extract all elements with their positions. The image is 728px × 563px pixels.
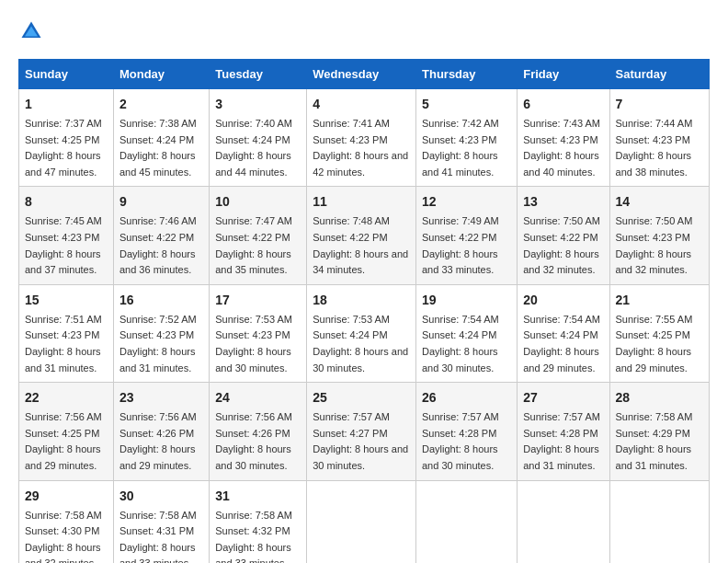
day-number: 13: [523, 192, 603, 212]
calendar-cell: 14 Sunrise: 7:50 AMSunset: 4:23 PMDaylig…: [609, 187, 709, 284]
day-info: Sunrise: 7:41 AMSunset: 4:23 PMDaylight:…: [313, 118, 408, 178]
day-number: 27: [523, 388, 603, 408]
calendar-cell: [518, 480, 609, 563]
day-info: Sunrise: 7:53 AMSunset: 4:23 PMDaylight:…: [215, 314, 292, 373]
day-info: Sunrise: 7:50 AMSunset: 4:23 PMDaylight:…: [616, 215, 693, 275]
calendar-cell: 4 Sunrise: 7:41 AMSunset: 4:23 PMDayligh…: [307, 89, 416, 187]
calendar-cell: 27 Sunrise: 7:57 AMSunset: 4:28 PMDaylig…: [518, 383, 609, 480]
day-info: Sunrise: 7:55 AMSunset: 4:25 PMDaylight:…: [616, 314, 693, 373]
day-number: 25: [313, 388, 410, 408]
day-number: 11: [313, 192, 410, 212]
calendar-cell: 21 Sunrise: 7:55 AMSunset: 4:25 PMDaylig…: [609, 284, 709, 382]
day-number: 10: [215, 192, 301, 212]
day-info: Sunrise: 7:53 AMSunset: 4:24 PMDaylight:…: [313, 314, 408, 373]
calendar-cell: 5 Sunrise: 7:42 AMSunset: 4:23 PMDayligh…: [416, 89, 518, 187]
day-info: Sunrise: 7:46 AMSunset: 4:22 PMDaylight:…: [119, 215, 197, 275]
day-number: 8: [25, 192, 108, 212]
calendar-cell: 17 Sunrise: 7:53 AMSunset: 4:23 PMDaylig…: [210, 284, 307, 382]
header-wednesday: Wednesday: [307, 60, 416, 89]
day-info: Sunrise: 7:48 AMSunset: 4:22 PMDaylight:…: [313, 215, 408, 275]
day-info: Sunrise: 7:57 AMSunset: 4:27 PMDaylight:…: [313, 411, 408, 471]
header-tuesday: Tuesday: [210, 60, 307, 89]
header-thursday: Thursday: [416, 60, 518, 89]
calendar-cell: 11 Sunrise: 7:48 AMSunset: 4:22 PMDaylig…: [307, 187, 416, 284]
day-number: 12: [422, 192, 511, 212]
day-info: Sunrise: 7:58 AMSunset: 4:30 PMDaylight:…: [25, 510, 102, 564]
day-info: Sunrise: 7:50 AMSunset: 4:22 PMDaylight:…: [523, 215, 600, 275]
logo-icon: [18, 18, 44, 44]
calendar-cell: 20 Sunrise: 7:54 AMSunset: 4:24 PMDaylig…: [518, 284, 609, 382]
calendar-week-3: 15 Sunrise: 7:51 AMSunset: 4:23 PMDaylig…: [19, 284, 710, 382]
calendar-cell: 13 Sunrise: 7:50 AMSunset: 4:22 PMDaylig…: [518, 187, 609, 284]
header-sunday: Sunday: [19, 60, 114, 89]
calendar-cell: 6 Sunrise: 7:43 AMSunset: 4:23 PMDayligh…: [518, 89, 609, 187]
calendar-cell: 29 Sunrise: 7:58 AMSunset: 4:30 PMDaylig…: [19, 480, 114, 563]
calendar-cell: [609, 480, 709, 563]
day-info: Sunrise: 7:56 AMSunset: 4:25 PMDaylight:…: [25, 411, 102, 471]
calendar-header-row: SundayMondayTuesdayWednesdayThursdayFrid…: [19, 60, 710, 89]
calendar-cell: 30 Sunrise: 7:58 AMSunset: 4:31 PMDaylig…: [113, 480, 209, 563]
day-info: Sunrise: 7:58 AMSunset: 4:29 PMDaylight:…: [616, 411, 693, 471]
calendar-week-1: 1 Sunrise: 7:37 AMSunset: 4:25 PMDayligh…: [19, 89, 710, 187]
day-info: Sunrise: 7:43 AMSunset: 4:23 PMDaylight:…: [523, 118, 600, 178]
calendar-cell: 24 Sunrise: 7:56 AMSunset: 4:26 PMDaylig…: [210, 383, 307, 480]
day-number: 19: [422, 291, 511, 310]
day-info: Sunrise: 7:58 AMSunset: 4:31 PMDaylight:…: [119, 510, 197, 564]
calendar-cell: 7 Sunrise: 7:44 AMSunset: 4:23 PMDayligh…: [609, 89, 709, 187]
day-number: 18: [313, 291, 410, 310]
day-info: Sunrise: 7:42 AMSunset: 4:23 PMDaylight:…: [422, 118, 499, 178]
calendar-cell: 19 Sunrise: 7:54 AMSunset: 4:24 PMDaylig…: [416, 284, 518, 382]
day-info: Sunrise: 7:40 AMSunset: 4:24 PMDaylight:…: [215, 118, 292, 178]
calendar-cell: 23 Sunrise: 7:56 AMSunset: 4:26 PMDaylig…: [113, 383, 209, 480]
day-info: Sunrise: 7:38 AMSunset: 4:24 PMDaylight:…: [119, 118, 197, 178]
calendar-week-5: 29 Sunrise: 7:58 AMSunset: 4:30 PMDaylig…: [19, 480, 710, 563]
header-saturday: Saturday: [609, 60, 709, 89]
day-number: 9: [119, 192, 203, 212]
header-friday: Friday: [518, 60, 609, 89]
calendar-table: SundayMondayTuesdayWednesdayThursdayFrid…: [18, 59, 710, 563]
calendar-cell: 12 Sunrise: 7:49 AMSunset: 4:22 PMDaylig…: [416, 187, 518, 284]
day-number: 14: [616, 192, 703, 212]
calendar-cell: 25 Sunrise: 7:57 AMSunset: 4:27 PMDaylig…: [307, 383, 416, 480]
day-number: 23: [119, 388, 203, 408]
calendar-cell: 3 Sunrise: 7:40 AMSunset: 4:24 PMDayligh…: [210, 89, 307, 187]
day-number: 5: [422, 95, 511, 114]
day-info: Sunrise: 7:57 AMSunset: 4:28 PMDaylight:…: [523, 411, 600, 471]
day-number: 21: [616, 291, 703, 310]
day-number: 22: [25, 388, 108, 408]
day-info: Sunrise: 7:44 AMSunset: 4:23 PMDaylight:…: [616, 118, 693, 178]
calendar-cell: [416, 480, 518, 563]
calendar-cell: 8 Sunrise: 7:45 AMSunset: 4:23 PMDayligh…: [19, 187, 114, 284]
day-number: 2: [119, 95, 203, 114]
calendar-cell: 31 Sunrise: 7:58 AMSunset: 4:32 PMDaylig…: [210, 480, 307, 563]
calendar-cell: 28 Sunrise: 7:58 AMSunset: 4:29 PMDaylig…: [609, 383, 709, 480]
calendar-cell: 15 Sunrise: 7:51 AMSunset: 4:23 PMDaylig…: [19, 284, 114, 382]
logo: [18, 18, 48, 44]
day-number: 26: [422, 388, 511, 408]
day-info: Sunrise: 7:56 AMSunset: 4:26 PMDaylight:…: [119, 411, 197, 471]
day-number: 17: [215, 291, 301, 310]
day-info: Sunrise: 7:54 AMSunset: 4:24 PMDaylight:…: [422, 314, 499, 373]
page-header: [18, 18, 710, 44]
calendar-cell: 2 Sunrise: 7:38 AMSunset: 4:24 PMDayligh…: [113, 89, 209, 187]
day-info: Sunrise: 7:56 AMSunset: 4:26 PMDaylight:…: [215, 411, 292, 471]
day-info: Sunrise: 7:54 AMSunset: 4:24 PMDaylight:…: [523, 314, 600, 373]
day-number: 20: [523, 291, 603, 310]
calendar-cell: 1 Sunrise: 7:37 AMSunset: 4:25 PMDayligh…: [19, 89, 114, 187]
day-info: Sunrise: 7:52 AMSunset: 4:23 PMDaylight:…: [119, 314, 197, 373]
day-info: Sunrise: 7:58 AMSunset: 4:32 PMDaylight:…: [215, 510, 292, 564]
day-number: 24: [215, 388, 301, 408]
header-monday: Monday: [113, 60, 209, 89]
calendar-cell: 16 Sunrise: 7:52 AMSunset: 4:23 PMDaylig…: [113, 284, 209, 382]
day-number: 3: [215, 95, 301, 114]
day-info: Sunrise: 7:45 AMSunset: 4:23 PMDaylight:…: [25, 215, 102, 275]
day-info: Sunrise: 7:49 AMSunset: 4:22 PMDaylight:…: [422, 215, 499, 275]
day-number: 15: [25, 291, 108, 310]
calendar-cell: 22 Sunrise: 7:56 AMSunset: 4:25 PMDaylig…: [19, 383, 114, 480]
calendar-cell: 18 Sunrise: 7:53 AMSunset: 4:24 PMDaylig…: [307, 284, 416, 382]
calendar-cell: 26 Sunrise: 7:57 AMSunset: 4:28 PMDaylig…: [416, 383, 518, 480]
calendar-cell: 10 Sunrise: 7:47 AMSunset: 4:22 PMDaylig…: [210, 187, 307, 284]
day-info: Sunrise: 7:51 AMSunset: 4:23 PMDaylight:…: [25, 314, 102, 373]
day-number: 31: [215, 487, 301, 506]
day-number: 29: [25, 487, 108, 506]
